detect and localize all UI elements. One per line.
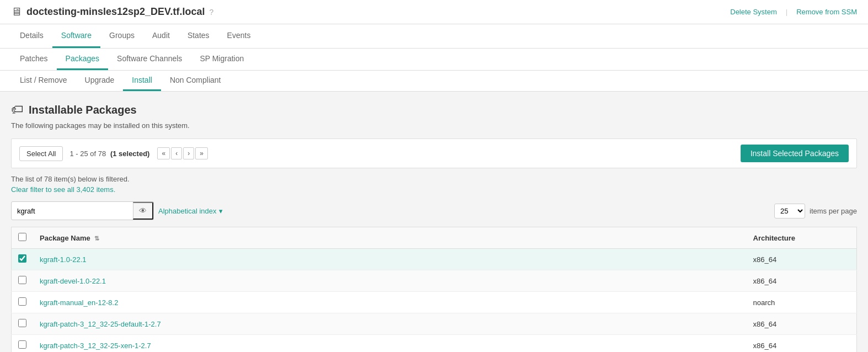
table-row: kgraft-devel-1.0-22.1 x86_64 (12, 270, 857, 292)
row-checkbox[interactable] (18, 276, 26, 284)
search-input[interactable] (12, 204, 133, 218)
next-page-button[interactable]: › (183, 147, 194, 159)
package-link[interactable]: kgraft-devel-1.0-22.1 (40, 277, 106, 285)
table-row: kgraft-manual_en-12-8.2 noarch (12, 292, 857, 313)
row-architecture: x86_64 (747, 335, 857, 353)
alphabetical-index-dropdown[interactable]: Alphabetical index ▾ (158, 207, 223, 215)
secondary-nav: Patches Packages Software Channels SP Mi… (0, 49, 868, 71)
row-checkbox-cell (12, 335, 34, 353)
th-architecture: Architecture (747, 227, 857, 249)
table-header-row: Package Name ⇅ Architecture (12, 227, 857, 249)
main-content: 🏷 Installable Packages The following pac… (0, 92, 868, 352)
package-link[interactable]: kgraft-patch-3_12_32-25-xen-1-2.7 (40, 342, 151, 350)
tab-states[interactable]: States (179, 24, 218, 48)
clear-filter-link[interactable]: Clear filter to see all 3,402 items. (11, 185, 857, 194)
row-checkbox-cell (12, 313, 34, 335)
row-checkbox-cell (12, 292, 34, 313)
row-architecture: x86_64 (747, 249, 857, 270)
table-row: kgraft-1.0-22.1 x86_64 (12, 249, 857, 270)
system-name: doctesting-minsles12sp2_DEV.tf.local (26, 6, 205, 18)
row-checkbox-cell (12, 249, 34, 270)
install-selected-button[interactable]: Install Selected Packages (741, 145, 849, 162)
row-package-name: kgraft-patch-3_12_32-25-default-1-2.7 (33, 313, 747, 335)
row-architecture: x86_64 (747, 313, 857, 335)
help-icon[interactable]: ? (209, 8, 213, 17)
sort-icon[interactable]: ⇅ (94, 235, 99, 242)
row-checkbox[interactable] (18, 254, 26, 263)
th-checkbox (12, 227, 34, 249)
tab-events[interactable]: Events (218, 24, 260, 48)
row-package-name: kgraft-devel-1.0-22.1 (33, 270, 747, 292)
tab-list-remove[interactable]: List / Remove (11, 71, 76, 91)
package-link[interactable]: kgraft-manual_en-12-8.2 (40, 298, 118, 307)
packages-table: Package Name ⇅ Architecture kgraft-1.0-2… (11, 227, 857, 352)
remove-from-ssm-link[interactable]: Remove from SSM (796, 8, 857, 16)
tab-sp-migration[interactable]: SP Migration (191, 49, 253, 70)
row-package-name: kgraft-1.0-22.1 (33, 249, 747, 270)
package-link[interactable]: kgraft-patch-3_12_32-25-default-1-2.7 (40, 320, 161, 328)
row-package-name: kgraft-patch-3_12_32-25-xen-1-2.7 (33, 335, 747, 353)
pagination-info: 1 - 25 of 78 (1 selected) (69, 150, 149, 158)
tab-audit[interactable]: Audit (143, 24, 179, 48)
tab-software-channels[interactable]: Software Channels (108, 49, 191, 70)
row-checkbox[interactable] (18, 340, 26, 349)
system-icon: 🖥 (11, 6, 22, 18)
tab-details[interactable]: Details (11, 24, 52, 48)
items-per-page-label: items per page (810, 207, 857, 215)
row-architecture: noarch (747, 292, 857, 313)
tab-packages[interactable]: Packages (57, 49, 108, 70)
page-title: Installable Packages (29, 104, 137, 116)
toolbar: Select All 1 - 25 of 78 (1 selected) « ‹… (11, 138, 857, 168)
th-package-name: Package Name ⇅ (33, 227, 747, 249)
tab-patches[interactable]: Patches (11, 49, 57, 70)
prev-page-button[interactable]: ‹ (171, 147, 182, 159)
package-link[interactable]: kgraft-1.0-22.1 (40, 255, 87, 264)
search-row: 👁 Alphabetical index ▾ 25 50 100 items p… (11, 201, 857, 220)
search-eye-button[interactable]: 👁 (133, 202, 153, 220)
search-input-wrap: 👁 (11, 201, 154, 220)
row-checkbox[interactable] (18, 297, 26, 306)
chevron-down-icon: ▾ (219, 207, 223, 215)
tab-groups[interactable]: Groups (100, 24, 143, 48)
row-checkbox[interactable] (18, 319, 26, 327)
row-architecture: x86_64 (747, 270, 857, 292)
row-checkbox-cell (12, 270, 34, 292)
tab-upgrade[interactable]: Upgrade (76, 71, 124, 91)
table-row: kgraft-patch-3_12_32-25-xen-1-2.7 x86_64 (12, 335, 857, 353)
top-bar: 🖥 doctesting-minsles12sp2_DEV.tf.local ?… (0, 0, 868, 24)
filter-info: The list of 78 item(s) below is filtered… (11, 175, 857, 183)
select-all-button[interactable]: Select All (19, 146, 63, 161)
top-bar-right: Delete System | Remove from SSM (730, 8, 857, 16)
row-package-name: kgraft-manual_en-12-8.2 (33, 292, 747, 313)
last-page-button[interactable]: » (195, 147, 208, 159)
packages-icon: 🏷 (11, 103, 23, 117)
page-header: 🏷 Installable Packages (11, 103, 857, 117)
select-all-checkbox[interactable] (18, 233, 26, 241)
tertiary-nav: List / Remove Upgrade Install Non Compli… (0, 71, 868, 92)
first-page-button[interactable]: « (157, 147, 170, 159)
tab-software[interactable]: Software (52, 24, 100, 48)
top-bar-left: 🖥 doctesting-minsles12sp2_DEV.tf.local ? (11, 6, 213, 18)
delete-system-link[interactable]: Delete System (730, 8, 777, 16)
tab-install[interactable]: Install (123, 71, 161, 91)
per-page-select[interactable]: 25 50 100 (774, 204, 805, 218)
primary-nav: Details Software Groups Audit States Eve… (0, 24, 868, 49)
table-row: kgraft-patch-3_12_32-25-default-1-2.7 x8… (12, 313, 857, 335)
page-description: The following packages may be installed … (11, 121, 857, 130)
tab-non-compliant[interactable]: Non Compliant (161, 71, 230, 91)
pagination-controls: « ‹ › » (157, 147, 207, 159)
